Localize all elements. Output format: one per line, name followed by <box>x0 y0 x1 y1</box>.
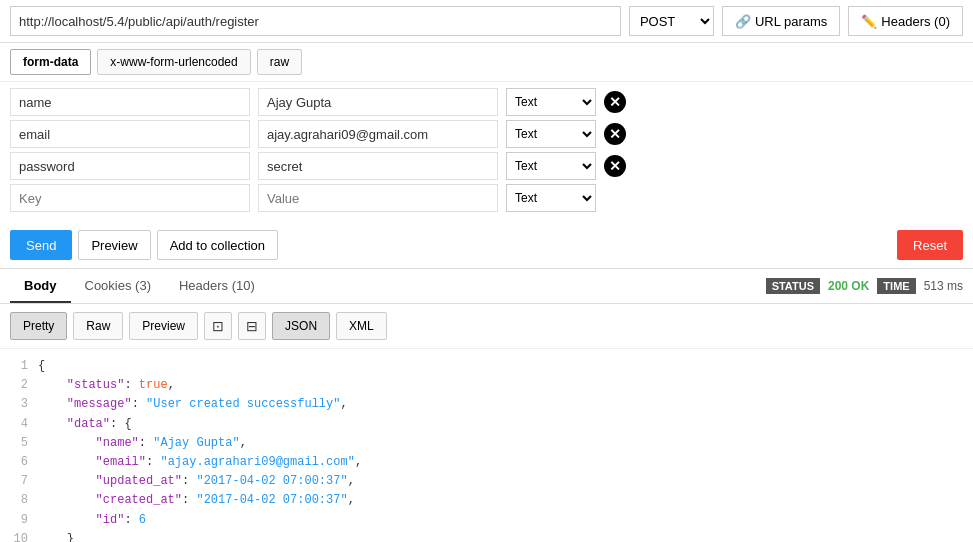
form-fields: Text File ✕ Text File ✕ Text File ✕ Text… <box>0 82 973 222</box>
url-input[interactable] <box>10 6 621 36</box>
format-json[interactable]: JSON <box>272 312 330 340</box>
body-type-urlencoded[interactable]: x-www-form-urlencoded <box>97 49 250 75</box>
field-value-name[interactable] <box>258 88 498 116</box>
json-line-6: 6 "email": "ajay.agrahari09@gmail.com", <box>10 453 963 472</box>
json-line-5: 5 "name": "Ajay Gupta", <box>10 434 963 453</box>
field-value-email[interactable] <box>258 120 498 148</box>
type-select-empty[interactable]: Text File <box>506 184 596 212</box>
json-line-1: 1 { <box>10 357 963 376</box>
json-line-9: 9 "id": 6 <box>10 511 963 530</box>
remove-row-email[interactable]: ✕ <box>604 123 626 145</box>
json-output: 1 { 2 "status": true, 3 "message": "User… <box>0 349 973 542</box>
status-value: 200 OK <box>828 279 869 293</box>
time-value: 513 ms <box>924 279 963 293</box>
field-value-empty[interactable] <box>258 184 498 212</box>
action-bar: Send Preview Add to collection Reset <box>0 222 973 269</box>
field-value-password[interactable] <box>258 152 498 180</box>
body-type-raw[interactable]: raw <box>257 49 302 75</box>
form-row-empty: Text File <box>10 184 963 212</box>
edit-icon: ✏️ <box>861 14 877 29</box>
add-collection-button[interactable]: Add to collection <box>157 230 278 260</box>
type-select-password[interactable]: Text File <box>506 152 596 180</box>
response-tabs: Body Cookies (3) Headers (10) STATUS 200… <box>0 269 973 304</box>
format-preview[interactable]: Preview <box>129 312 198 340</box>
copy-icon-btn[interactable]: ⊡ <box>204 312 232 340</box>
json-line-2: 2 "status": true, <box>10 376 963 395</box>
remove-row-password[interactable]: ✕ <box>604 155 626 177</box>
link-icon: 🔗 <box>735 14 751 29</box>
field-key-empty[interactable] <box>10 184 250 212</box>
top-bar: POST GET PUT DELETE 🔗 URL params ✏️ Head… <box>0 0 973 43</box>
copy-icon: ⊡ <box>212 318 224 334</box>
format-pretty[interactable]: Pretty <box>10 312 67 340</box>
type-select-name[interactable]: Text File <box>506 88 596 116</box>
field-key-password[interactable] <box>10 152 250 180</box>
body-type-bar: form-data x-www-form-urlencoded raw <box>0 43 973 82</box>
tab-body[interactable]: Body <box>10 269 71 303</box>
type-select-email[interactable]: Text File <box>506 120 596 148</box>
json-line-4: 4 "data": { <box>10 415 963 434</box>
form-row: Text File ✕ <box>10 88 963 116</box>
status-badge: STATUS 200 OK TIME 513 ms <box>766 278 963 294</box>
format-xml[interactable]: XML <box>336 312 387 340</box>
format-raw[interactable]: Raw <box>73 312 123 340</box>
reset-button[interactable]: Reset <box>897 230 963 260</box>
format-bar: Pretty Raw Preview ⊡ ⊟ JSON XML <box>0 304 973 349</box>
field-key-email[interactable] <box>10 120 250 148</box>
remove-row-name[interactable]: ✕ <box>604 91 626 113</box>
url-params-button[interactable]: 🔗 URL params <box>722 6 840 36</box>
headers-button[interactable]: ✏️ Headers (0) <box>848 6 963 36</box>
tab-headers[interactable]: Headers (10) <box>165 269 269 303</box>
form-row: Text File ✕ <box>10 152 963 180</box>
body-type-form-data[interactable]: form-data <box>10 49 91 75</box>
time-label: TIME <box>877 278 915 294</box>
format-icon: ⊟ <box>246 318 258 334</box>
json-line-3: 3 "message": "User created successfully"… <box>10 395 963 414</box>
form-row: Text File ✕ <box>10 120 963 148</box>
tab-cookies[interactable]: Cookies (3) <box>71 269 165 303</box>
json-line-10: 10 } <box>10 530 963 542</box>
status-label: STATUS <box>766 278 820 294</box>
send-button[interactable]: Send <box>10 230 72 260</box>
preview-button[interactable]: Preview <box>78 230 150 260</box>
method-select[interactable]: POST GET PUT DELETE <box>629 6 714 36</box>
json-line-8: 8 "created_at": "2017-04-02 07:00:37", <box>10 491 963 510</box>
field-key-name[interactable] <box>10 88 250 116</box>
format-icon-btn[interactable]: ⊟ <box>238 312 266 340</box>
json-line-7: 7 "updated_at": "2017-04-02 07:00:37", <box>10 472 963 491</box>
